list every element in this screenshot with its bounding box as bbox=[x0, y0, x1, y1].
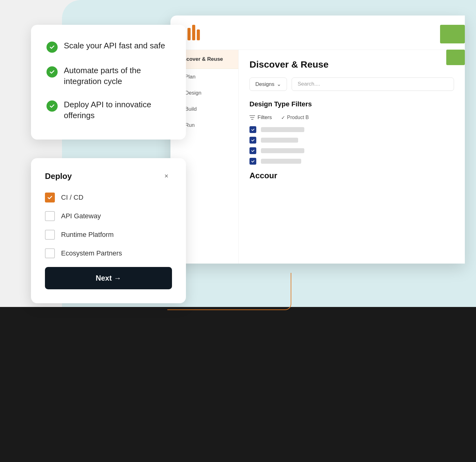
checkbox-label-cicd: CI / CD bbox=[61, 193, 83, 202]
filter-checkbox-4[interactable] bbox=[249, 158, 256, 165]
feature-item-2: Automate parts of the integration cycle bbox=[46, 65, 170, 87]
feature-text-3: Deploy API to innovatice offerings bbox=[64, 99, 170, 121]
filter-bar-1 bbox=[261, 127, 304, 132]
filter-row-2[interactable] bbox=[249, 137, 454, 144]
feature-item-3: Deploy API to innovatice offerings bbox=[46, 99, 170, 121]
filter-header-row: Filters ✓ Product B bbox=[249, 114, 454, 121]
search-row: Designs ⌄ Search.... bbox=[249, 78, 454, 91]
checkbox-cicd[interactable] bbox=[45, 193, 55, 202]
next-button[interactable]: Next → bbox=[45, 267, 172, 289]
search-input[interactable]: Search.... bbox=[292, 78, 454, 91]
logo-bar-3 bbox=[192, 25, 195, 40]
close-button[interactable]: × bbox=[161, 171, 172, 182]
search-placeholder: Search.... bbox=[298, 81, 320, 87]
deploy-card-header: Deploy × bbox=[45, 171, 172, 182]
filter-row-3[interactable] bbox=[249, 147, 454, 154]
deploy-card: Deploy × CI / CD API Gateway Runtime Pla… bbox=[31, 158, 186, 303]
logo-bar-4 bbox=[197, 29, 200, 40]
sidebar-label-plan: Plan bbox=[185, 74, 196, 80]
account-section: Accour bbox=[249, 171, 454, 180]
checkbox-label-ecosystem: Ecosystem Partners bbox=[61, 249, 122, 257]
designs-dropdown[interactable]: Designs ⌄ bbox=[249, 78, 287, 91]
filter-checkbox-3[interactable] bbox=[249, 147, 256, 154]
checkbox-ecosystem[interactable] bbox=[45, 248, 55, 258]
app-panel: Discover & Reuse Plan Design Build Run D… bbox=[170, 16, 465, 264]
feature-text-2: Automate parts of the integration cycle bbox=[64, 65, 170, 87]
app-header bbox=[170, 16, 465, 50]
checkbox-api-gateway[interactable] bbox=[45, 211, 55, 221]
page-title: Discover & Reuse bbox=[249, 59, 454, 70]
checkbox-item-cicd[interactable]: CI / CD bbox=[45, 193, 172, 202]
sidebar-label-design: Design bbox=[185, 90, 201, 96]
feature-text-1: Scale your API fast and safe bbox=[64, 40, 165, 51]
filter-text: Filters bbox=[258, 114, 272, 121]
checkbox-item-runtime[interactable]: Runtime Platform bbox=[45, 230, 172, 240]
deploy-title: Deploy bbox=[45, 171, 72, 181]
features-card: Scale your API fast and safe Automate pa… bbox=[31, 25, 186, 140]
filter-bar-4 bbox=[261, 159, 301, 164]
product-b-tag: ✓ Product B bbox=[281, 115, 309, 121]
sidebar-label-build: Build bbox=[185, 106, 197, 112]
check-icon-3 bbox=[46, 100, 58, 112]
check-icon-2 bbox=[46, 66, 58, 78]
filter-checkbox-2[interactable] bbox=[249, 137, 256, 144]
background-dark bbox=[0, 307, 476, 462]
check-icon-1 bbox=[46, 42, 58, 53]
filter-bar-2 bbox=[261, 138, 298, 143]
filter-row-4[interactable] bbox=[249, 158, 454, 165]
checkbox-runtime[interactable] bbox=[45, 230, 55, 240]
designs-label: Designs bbox=[255, 81, 274, 87]
account-label: Accour bbox=[249, 171, 277, 180]
checkbox-label-api-gateway: API Gateway bbox=[61, 212, 101, 220]
checkmark-icon: ✓ bbox=[281, 115, 285, 121]
filter-bar-3 bbox=[261, 148, 304, 153]
filter-row-1[interactable] bbox=[249, 126, 454, 133]
app-body: Discover & Reuse Plan Design Build Run D… bbox=[170, 50, 465, 264]
checkbox-item-api-gateway[interactable]: API Gateway bbox=[45, 211, 172, 221]
app-main: Discover & Reuse Designs ⌄ Search.... De… bbox=[239, 50, 465, 264]
sidebar-label-run: Run bbox=[185, 122, 195, 128]
green-chart-block-1 bbox=[440, 25, 465, 43]
feature-item-1: Scale your API fast and safe bbox=[46, 40, 170, 53]
connector-line bbox=[167, 273, 291, 310]
filter-checkbox-1[interactable] bbox=[249, 126, 256, 133]
checkbox-item-ecosystem[interactable]: Ecosystem Partners bbox=[45, 248, 172, 258]
logo-bar-2 bbox=[187, 28, 191, 40]
filter-section-title: Design Type Filters bbox=[249, 100, 454, 108]
filter-label: Filters bbox=[249, 114, 272, 121]
checkbox-label-runtime: Runtime Platform bbox=[61, 231, 114, 239]
green-chart-block-2 bbox=[446, 50, 465, 65]
chevron-down-icon: ⌄ bbox=[277, 81, 281, 87]
app-logo bbox=[183, 25, 452, 40]
product-b-label: Product B bbox=[287, 115, 309, 120]
